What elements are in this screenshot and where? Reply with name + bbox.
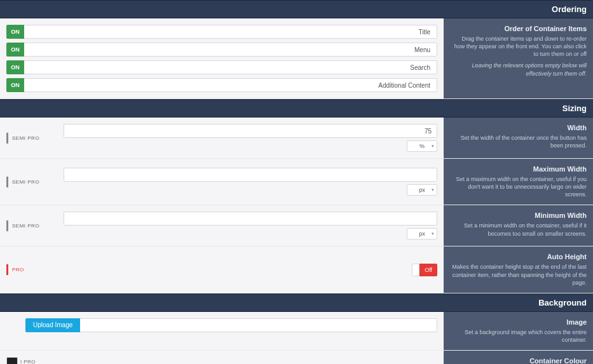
auto-height-toggle[interactable]: Off bbox=[412, 264, 437, 276]
order-item-label[interactable]: Additional Content bbox=[24, 78, 437, 92]
width-unit-select[interactable]: % bbox=[407, 140, 437, 152]
tier-badge-semi: SEMI PRO bbox=[6, 177, 57, 187]
order-item-title[interactable]: ON Title bbox=[6, 25, 437, 39]
toggle-label: Off bbox=[419, 264, 437, 276]
tier-badge-semi: SEMI PRO bbox=[6, 220, 57, 231]
max-width-field: SEMI PRO px bbox=[0, 159, 444, 205]
tier-badge-semi: SEMI PRO bbox=[6, 133, 57, 144]
order-item-search[interactable]: ON Search bbox=[6, 60, 437, 74]
order-item-additional[interactable]: ON Additional Content bbox=[6, 78, 437, 92]
width-input[interactable] bbox=[64, 124, 437, 138]
ordering-left: ON Title ON Menu ON Search ON Additional… bbox=[0, 18, 444, 98]
auto-height-help: Auto Height Makes the container height s… bbox=[444, 246, 593, 292]
container-colour-help: Container Colour Set a background colour… bbox=[444, 351, 593, 364]
help-desc: Set a minimum width on the container, us… bbox=[450, 222, 587, 237]
help-desc: Set a maximum width on the container, us… bbox=[450, 175, 587, 198]
order-item-label[interactable]: Title bbox=[24, 25, 437, 39]
on-toggle[interactable]: ON bbox=[6, 25, 24, 39]
help-desc: Set the width of the container once the … bbox=[450, 134, 587, 149]
tier-badge-pro: PRO bbox=[6, 264, 57, 275]
on-toggle[interactable]: ON bbox=[6, 43, 24, 57]
order-item-label[interactable]: Menu bbox=[24, 43, 437, 57]
help-title: Order of Container Items bbox=[450, 25, 587, 32]
min-width-help: Minimum Width Set a minimum width on the… bbox=[444, 205, 593, 246]
on-toggle[interactable]: ON bbox=[6, 78, 24, 92]
help-title: Auto Height bbox=[450, 253, 587, 260]
container-colour-swatch[interactable] bbox=[6, 357, 18, 364]
order-item-menu[interactable]: ON Menu bbox=[6, 43, 437, 57]
ordering-help: Order of Container Items Drag the contai… bbox=[444, 18, 593, 98]
help-desc: Set a background image which covers the … bbox=[450, 328, 587, 344]
min-width-field: SEMI PRO px bbox=[0, 205, 444, 246]
section-header-background: Background bbox=[0, 293, 593, 312]
help-title: Image bbox=[450, 318, 587, 326]
help-desc: Drag the container items up and down to … bbox=[450, 35, 587, 78]
upload-image-path[interactable] bbox=[80, 318, 437, 332]
max-width-unit-select[interactable]: px bbox=[407, 184, 437, 196]
max-width-help: Maximum Width Set a maximum width on the… bbox=[444, 159, 593, 205]
min-width-unit-select[interactable]: px bbox=[407, 228, 437, 239]
min-width-input[interactable] bbox=[64, 212, 437, 226]
width-help: Width Set the width of the container onc… bbox=[444, 118, 593, 158]
max-width-input[interactable] bbox=[64, 168, 437, 182]
bg-image-help: Image Set a background image which cover… bbox=[444, 312, 593, 350]
section-header-sizing: Sizing bbox=[0, 99, 593, 118]
width-field: SEMI PRO % bbox=[0, 118, 444, 158]
section-header-ordering: Ordering bbox=[0, 0, 593, 18]
help-title: Width bbox=[450, 124, 587, 131]
help-title: Container Colour bbox=[450, 357, 587, 364]
upload-image-button[interactable]: Upload Image bbox=[25, 318, 80, 332]
help-title: Minimum Width bbox=[450, 212, 587, 219]
bg-image-field: Upload Image bbox=[0, 312, 444, 350]
help-desc: Makes the container height stop at the e… bbox=[450, 263, 587, 286]
auto-height-field: PRO Off bbox=[0, 246, 444, 292]
help-title: Maximum Width bbox=[450, 165, 587, 173]
container-colour-field: I PRO bbox=[0, 351, 444, 364]
toggle-knob bbox=[412, 264, 419, 276]
on-toggle[interactable]: ON bbox=[6, 60, 24, 74]
order-item-label[interactable]: Search bbox=[24, 60, 437, 74]
tier-badge-semi: I PRO bbox=[20, 359, 36, 364]
